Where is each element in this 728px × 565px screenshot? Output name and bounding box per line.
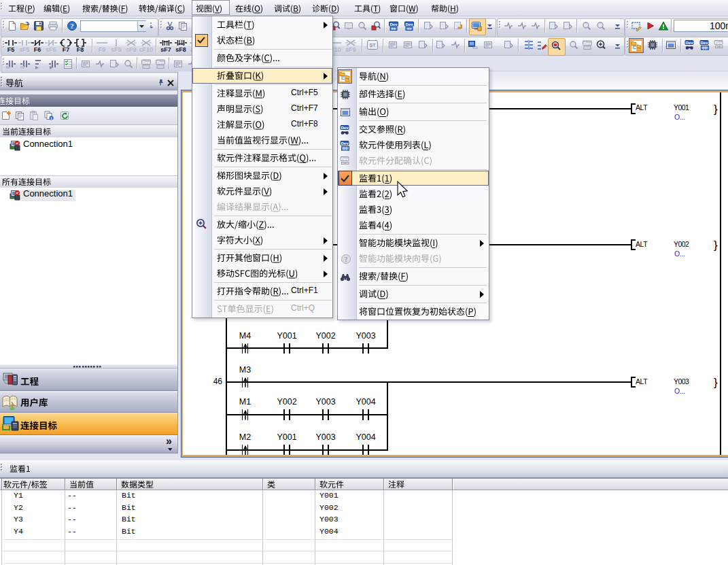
svg-text:?: ? [345, 256, 348, 263]
svg-text:Dev: Dev [583, 41, 591, 46]
svg-text:Dev: Dev [341, 141, 349, 145]
svg-text:Dev: Dev [142, 61, 150, 65]
svg-text:Dev: Dev [714, 41, 723, 45]
svg-text:Dev: Dev [156, 61, 164, 65]
svg-text:Dev: Dev [389, 22, 398, 27]
svg-text:?: ? [70, 22, 74, 30]
svg-text:ST: ST [370, 43, 377, 48]
svg-text:Dev: Dev [700, 41, 708, 45]
svg-text:Dev: Dev [341, 156, 349, 160]
svg-text:Dev: Dev [405, 22, 413, 27]
svg-text:i: i [51, 116, 52, 120]
svg-text:Dev: Dev [341, 125, 349, 129]
svg-text:Dev: Dev [685, 41, 693, 45]
